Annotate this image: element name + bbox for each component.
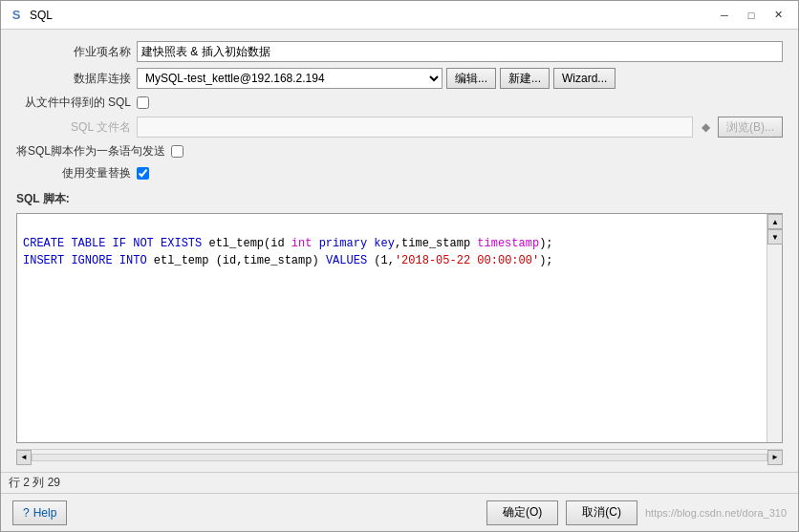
db-conn-row: 数据库连接 MySQL-test_kettle@192.168.2.194 编辑…: [16, 68, 783, 89]
sql-file-row: SQL 文件名 ◆ 浏览(B)...: [16, 117, 783, 138]
send-as-one-label: 将SQL脚本作为一条语句发送: [16, 143, 165, 160]
sql-file-input[interactable]: [137, 117, 693, 138]
horizontal-scrollbar[interactable]: ◄ ►: [16, 449, 783, 464]
db-conn-label: 数据库连接: [16, 71, 131, 87]
scroll-up-button[interactable]: ▲: [767, 214, 783, 229]
use-var-row: 使用变量替换: [16, 165, 783, 181]
send-as-one-row: 将SQL脚本作为一条语句发送: [16, 143, 783, 160]
diamond-icon: ◆: [699, 120, 712, 134]
main-content: 作业项名称 数据库连接 MySQL-test_kettle@192.168.2.…: [1, 30, 798, 472]
scroll-left-button[interactable]: ◄: [16, 450, 32, 465]
from-file-row: 从文件中得到的 SQL: [16, 95, 783, 111]
cancel-button[interactable]: 取消(C): [566, 500, 637, 525]
job-name-label: 作业项名称: [16, 44, 131, 60]
window-title: SQL: [30, 9, 712, 22]
window-controls: ─ □ ✕: [712, 5, 790, 26]
db-conn-select[interactable]: MySQL-test_kettle@192.168.2.194: [137, 68, 443, 89]
scroll-down-button[interactable]: ▼: [767, 229, 783, 245]
help-label: Help: [33, 506, 57, 520]
sql-code-area[interactable]: CREATE TABLE IF NOT EXISTS etl_temp(id i…: [17, 214, 767, 442]
sql-file-label: SQL 文件名: [16, 119, 131, 136]
status-bar: 行 2 列 29: [1, 472, 798, 493]
vertical-scrollbar[interactable]: ▲ ▼: [767, 214, 782, 442]
close-button[interactable]: ✕: [766, 5, 790, 26]
new-button[interactable]: 新建...: [500, 68, 550, 89]
job-name-input[interactable]: [137, 41, 783, 62]
sql-dialog: S SQL ─ □ ✕ 作业项名称 数据库连接 MySQL-test_kettl…: [0, 0, 799, 532]
scroll-track[interactable]: [32, 454, 767, 461]
title-bar: S SQL ─ □ ✕: [1, 1, 798, 30]
edit-button[interactable]: 编辑...: [446, 68, 496, 89]
wizard-button[interactable]: Wizard...: [553, 68, 615, 89]
minimize-button[interactable]: ─: [712, 5, 737, 26]
scroll-right-button[interactable]: ►: [767, 450, 783, 465]
restore-button[interactable]: □: [739, 5, 764, 26]
browse-button[interactable]: 浏览(B)...: [718, 117, 783, 138]
help-icon: ?: [23, 506, 30, 520]
use-var-label: 使用变量替换: [16, 165, 131, 181]
send-as-one-checkbox[interactable]: [171, 145, 184, 158]
help-button[interactable]: ? Help: [12, 500, 67, 525]
from-file-checkbox[interactable]: [137, 96, 149, 109]
use-var-checkbox[interactable]: [137, 167, 149, 180]
job-name-row: 作业项名称: [16, 41, 783, 62]
bottom-bar: ? Help 确定(O) 取消(C) https://blog.csdn.net…: [1, 493, 798, 531]
sql-section-label: SQL 脚本:: [16, 191, 783, 207]
sql-editor-container: CREATE TABLE IF NOT EXISTS etl_temp(id i…: [16, 213, 783, 443]
status-text: 行 2 列 29: [9, 475, 60, 491]
window-icon: S: [9, 8, 24, 23]
ok-button[interactable]: 确定(O): [486, 500, 558, 525]
from-file-label: 从文件中得到的 SQL: [16, 95, 131, 111]
db-conn-controls: MySQL-test_kettle@192.168.2.194 编辑... 新建…: [137, 68, 615, 89]
watermark-text: https://blog.csdn.net/dora_310: [645, 507, 787, 519]
